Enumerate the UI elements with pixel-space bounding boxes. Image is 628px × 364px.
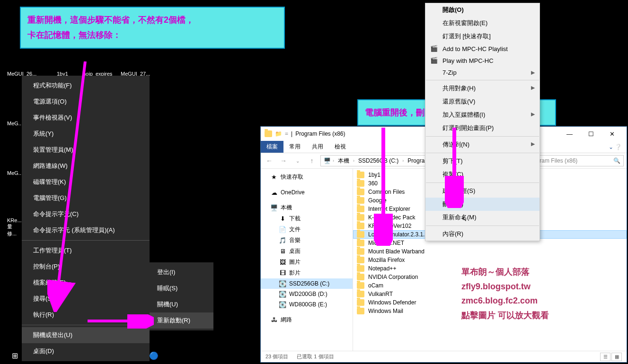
maximize-button[interactable]: ☐ xyxy=(580,127,601,140)
nav-wd200-drive[interactable]: 💽WD200GB (D:) xyxy=(261,289,353,299)
callout-line: 重新開機，這個步驟不能省，不然有2個檔， xyxy=(27,12,277,27)
folder-icon xyxy=(357,214,364,221)
winx-cmd-admin[interactable]: 命令提示字元 (系統管理員)(A) xyxy=(22,222,150,238)
ctx-play-mpc[interactable]: 🎬Play with MPC-HC xyxy=(425,55,540,67)
nav-onedrive[interactable]: ☁OneDrive xyxy=(261,187,353,198)
separator xyxy=(426,182,539,183)
tab-home[interactable]: 常用 xyxy=(283,141,306,153)
minimize-button[interactable]: — xyxy=(559,127,580,140)
quick-access-icon: 📁 xyxy=(275,130,282,137)
folder-icon xyxy=(357,291,364,297)
winx-restart[interactable]: 重新啟動(R) xyxy=(150,312,213,329)
ctx-delete[interactable]: 刪除(D) xyxy=(425,198,540,211)
chevron-right-icon: ▶ xyxy=(531,141,535,147)
winx-run[interactable]: 執行(R) xyxy=(22,307,150,323)
ctx-copy[interactable]: 複製(C) xyxy=(425,168,540,181)
nav-quick-access[interactable]: ★快速存取 xyxy=(261,172,353,182)
nav-downloads[interactable]: ⬇下載 xyxy=(261,213,353,224)
separator xyxy=(22,240,150,241)
winx-power-options[interactable]: 電源選項(O) xyxy=(22,94,150,110)
winx-programs-features[interactable]: 程式和功能(F) xyxy=(22,78,150,94)
chevron-right-icon: › xyxy=(402,158,404,163)
list-item[interactable]: Mozilla Firefox xyxy=(353,256,627,264)
close-button[interactable]: ✕ xyxy=(601,127,623,140)
desktop-icon-label[interactable]: MeG... xyxy=(7,121,23,126)
nav-history-button[interactable]: ⌄ xyxy=(292,155,303,166)
ctx-cut[interactable]: 剪下(T) xyxy=(425,155,540,168)
desktop-icon-label[interactable]: MeG... xyxy=(7,170,23,176)
winx-task-manager[interactable]: 工作管理員(T) xyxy=(22,243,150,259)
winx-search[interactable]: 搜尋(S) xyxy=(22,291,150,307)
nav-back-button[interactable]: ← xyxy=(264,155,275,166)
tab-view[interactable]: 檢視 xyxy=(329,141,352,153)
nav-desktop[interactable]: 🖥桌面 xyxy=(261,246,353,257)
winx-system[interactable]: 系統(Y) xyxy=(22,126,150,142)
chevron-right-icon: ▶ xyxy=(531,111,535,117)
folder-icon xyxy=(357,189,364,195)
cloud-icon: ☁ xyxy=(270,189,278,196)
ctx-rename[interactable]: 重新命名(M) xyxy=(425,211,540,224)
winx-event-viewer[interactable]: 事件檢視器(V) xyxy=(22,110,150,126)
winx-disk-mgmt[interactable]: 磁碟管理(K) xyxy=(22,174,150,190)
status-item-count: 23 個項目 xyxy=(265,353,288,360)
winx-control-panel[interactable]: 控制台(P) xyxy=(22,259,150,275)
ctx-open[interactable]: 開啟(O) xyxy=(425,3,540,17)
separator xyxy=(22,325,150,325)
ctx-create-shortcut[interactable]: 建立捷徑(S) xyxy=(425,184,540,198)
winx-desktop[interactable]: 桌面(D) xyxy=(22,343,150,359)
star-icon: ★ xyxy=(270,173,278,181)
ctx-add-mpc-playlist[interactable]: 🎬Add to MPC-HC Playlist xyxy=(425,43,540,55)
view-details-button[interactable]: ☰ xyxy=(600,353,610,361)
winx-network[interactable]: 網路連線(W) xyxy=(22,158,150,174)
nav-wd800-drive[interactable]: 💽WD800GB (E:) xyxy=(261,299,353,310)
nav-forward-button[interactable]: → xyxy=(278,155,289,166)
ctx-add-library[interactable]: 加入至媒體櫃(I)▶ xyxy=(425,108,540,121)
breadcrumb-segment[interactable]: 本機 xyxy=(336,157,351,165)
drive-icon: 💽 xyxy=(279,290,286,298)
winx-sleep[interactable]: 睡眠(S) xyxy=(150,280,213,296)
tab-share[interactable]: 共用 xyxy=(306,141,329,153)
chevron-right-icon: ▶ xyxy=(531,85,535,91)
separator xyxy=(426,136,539,137)
winx-device-manager[interactable]: 裝置管理員(M) xyxy=(22,142,150,158)
nav-documents[interactable]: 📄文件 xyxy=(261,224,353,235)
view-icons-button[interactable]: ▦ xyxy=(611,353,622,361)
folder-icon xyxy=(357,308,364,314)
winx-cmd[interactable]: 命令提示字元(C) xyxy=(22,206,150,222)
status-selected-count: 已選取 1 個項目 xyxy=(297,353,334,360)
nav-ssd-drive[interactable]: 💽SSD256GB (C:) xyxy=(261,278,353,289)
winx-file-explorer[interactable]: 檔案總管(E) xyxy=(22,275,150,291)
separator xyxy=(426,153,539,153)
winx-menu: 程式和功能(F) 電源選項(O) 事件檢視器(V) 系統(Y) 裝置管理員(M)… xyxy=(22,76,150,361)
winx-computer-mgmt[interactable]: 電腦管理(G) xyxy=(22,190,150,206)
desktop-icon-label[interactable]: KRe... 量修... xyxy=(7,217,21,237)
nav-up-button[interactable]: ↑ xyxy=(306,155,318,166)
nav-pictures[interactable]: 🖼圖片 xyxy=(261,257,353,268)
ctx-pin-quick-access[interactable]: 釘選到 [快速存取] xyxy=(425,30,540,43)
nav-network[interactable]: 🖧網路 xyxy=(261,314,353,325)
folder-icon xyxy=(357,172,364,178)
ctx-open-new-window[interactable]: 在新視窗開啟(E) xyxy=(425,17,540,30)
tab-file[interactable]: 檔案 xyxy=(261,141,283,153)
folder-icon xyxy=(357,257,364,263)
ribbon-expand-button[interactable]: ⌄ ❔ xyxy=(604,144,627,150)
ctx-send-to[interactable]: 傳送到(N)▶ xyxy=(425,138,540,151)
folder-icon xyxy=(357,282,364,289)
winx-shutdown-signout[interactable]: 關機或登出(U) xyxy=(22,327,150,343)
ctx-restore-previous[interactable]: 還原舊版(V) xyxy=(425,95,540,108)
ctx-7zip[interactable]: 7-Zip▶ xyxy=(425,67,540,78)
folder-icon xyxy=(357,274,364,280)
winx-signout[interactable]: 登出(I) xyxy=(150,264,213,280)
start-button[interactable]: ⊞ xyxy=(6,349,24,362)
nav-this-pc[interactable]: 🖥️本機 xyxy=(261,202,353,213)
ctx-pin-start[interactable]: 釘選到開始畫面(P) xyxy=(425,121,540,135)
breadcrumb-segment[interactable]: SSD256GB (C:) xyxy=(356,157,400,164)
list-item[interactable]: Mount Blade Warband xyxy=(353,247,627,256)
winx-shutdown[interactable]: 關機(U) xyxy=(150,296,213,312)
nav-videos[interactable]: 🎞影片 xyxy=(261,268,353,278)
folder-icon xyxy=(357,223,364,229)
download-icon: ⬇ xyxy=(279,215,286,223)
nav-music[interactable]: 🎵音樂 xyxy=(261,235,353,246)
ctx-share-with[interactable]: 共用對象(H)▶ xyxy=(425,82,540,95)
ctx-properties[interactable]: 內容(R) xyxy=(425,227,540,241)
